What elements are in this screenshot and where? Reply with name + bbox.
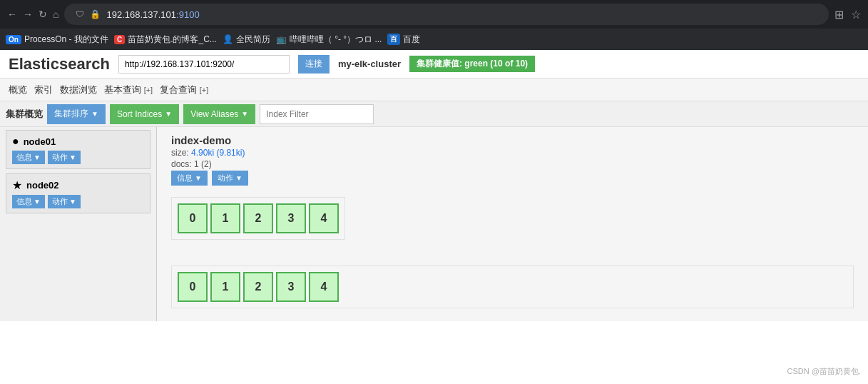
app-header: Elasticsearch 连接 my-elk-cluster 集群健康值: g… <box>0 50 868 79</box>
bookmark-processon[interactable]: On ProcessOn - 我的文件 <box>6 34 108 46</box>
basic-query-plus: [+] <box>144 86 153 94</box>
cluster-sort-caret: ▼ <box>91 110 98 118</box>
node02-shards-grid: 0 1 2 3 4 <box>178 272 847 302</box>
bookmarks-bar: On ProcessOn - 我的文件 C 苗苗奶黄包.的博客_C... 👤 全… <box>0 29 868 50</box>
bookmark-label-bilibili: 哔哩哔哩（ °- °）つロ ... <box>290 34 382 46</box>
bookmark-label-processon: ProcessOn - 我的文件 <box>24 34 108 46</box>
node02-actions: 信息 ▼ 动作 ▼ <box>12 195 144 208</box>
node01-action-button[interactable]: 动作 ▼ <box>48 151 81 164</box>
index-size-value: 4.90ki (9.81ki) <box>191 148 245 158</box>
page-wrapper: ← → ↻ ⌂ 🛡 🔒 192.168.137.101:9100 ⊞ ☆ On … <box>0 0 868 321</box>
bookmark-icon-bilibili: 📺 <box>276 34 287 44</box>
node01-shards-section: 0 1 2 3 4 <box>171 197 345 240</box>
nav-forward-button[interactable]: → <box>23 9 33 20</box>
tab-data-browser[interactable]: 数据浏览 <box>60 84 97 96</box>
bookmark-resume[interactable]: 👤 全民简历 <box>223 34 270 46</box>
node02-info-button[interactable]: 信息 ▼ <box>12 195 45 208</box>
node02-action-label: 动作 <box>52 196 68 207</box>
node01-shard-2[interactable]: 2 <box>243 203 273 233</box>
node01-shard-3[interactable]: 3 <box>276 203 306 233</box>
bookmark-icon[interactable]: ☆ <box>851 8 861 21</box>
node01-action-caret: ▼ <box>69 153 76 161</box>
extensions-icon[interactable]: ⊞ <box>834 8 844 21</box>
complex-query-plus: [+] <box>200 86 209 94</box>
left-panel: ● node01 信息 ▼ 动作 ▼ ★ <box>0 127 157 321</box>
node-block-02: ★ node02 信息 ▼ 动作 ▼ <box>6 173 150 213</box>
right-panel: index-demo size: 4.90ki (9.81ki) docs: 1… <box>157 127 868 321</box>
connect-button[interactable]: 连接 <box>298 55 330 74</box>
node01-shards-grid: 0 1 2 3 4 <box>178 203 339 233</box>
node01-shard-4[interactable]: 4 <box>309 203 339 233</box>
bookmark-label-blog: 苗苗奶黄包.的博客_C... <box>128 34 217 46</box>
tab-overview[interactable]: 概览 <box>9 84 27 96</box>
lock-icon: 🔒 <box>90 9 101 19</box>
cluster-name: my-elk-cluster <box>338 59 401 69</box>
node01-header: ● node01 <box>12 135 144 148</box>
node01-shard-0[interactable]: 0 <box>178 203 208 233</box>
bookmark-badge-on: On <box>6 35 21 44</box>
node01-action-label: 动作 <box>52 152 68 163</box>
bookmark-icon-resume: 👤 <box>223 34 233 44</box>
index-name: index-demo <box>171 134 854 146</box>
tab-complex-query[interactable]: 复合查询 [+] <box>160 84 208 96</box>
node02-shard-0[interactable]: 0 <box>178 272 208 302</box>
address-url: 192.168.137.101:9100 <box>106 9 199 20</box>
tab-basic-query[interactable]: 基本查询 [+] <box>104 84 153 96</box>
node01-info-caret: ▼ <box>34 153 41 161</box>
index-docs: docs: 1 (2) <box>171 159 854 169</box>
nav-reload-button[interactable]: ↻ <box>39 9 47 20</box>
cluster-sort-button[interactable]: 集群排序 ▼ <box>47 104 106 124</box>
tab-indices[interactable]: 索引 <box>34 84 53 96</box>
index-filter-input[interactable] <box>260 104 374 124</box>
node02-shard-3[interactable]: 3 <box>276 272 306 302</box>
node01-info-button[interactable]: 信息 ▼ <box>12 151 45 164</box>
cluster-health-badge: 集群健康值: green (10 of 10) <box>409 56 535 72</box>
nav-tabs: 概览 索引 数据浏览 基本查询 [+] 复合查询 [+] <box>0 79 868 101</box>
browser-chrome: ← → ↻ ⌂ 🛡 🔒 192.168.137.101:9100 ⊞ ☆ <box>0 0 868 29</box>
address-bar[interactable]: 🛡 🔒 192.168.137.101:9100 <box>64 4 829 25</box>
bookmark-bilibili[interactable]: 📺 哔哩哔哩（ °- °）つロ ... <box>276 34 382 46</box>
index-card: index-demo size: 4.90ki (9.81ki) docs: 1… <box>171 134 854 186</box>
view-aliases-label: View Aliases <box>190 109 238 119</box>
bookmark-label-baidu: 百度 <box>403 34 420 46</box>
node01-info-label: 信息 <box>16 152 32 163</box>
browser-icons: ⊞ ☆ <box>834 8 861 21</box>
index-action-caret: ▼ <box>235 174 242 182</box>
toolbar-row: 集群概览 集群排序 ▼ Sort Indices ▼ View Aliases … <box>0 101 868 127</box>
node02-action-caret: ▼ <box>69 198 76 206</box>
node01-actions: 信息 ▼ 动作 ▼ <box>12 151 144 164</box>
bookmark-blog[interactable]: C 苗苗奶黄包.的博客_C... <box>114 34 217 46</box>
app-title: Elasticsearch <box>9 55 110 74</box>
node02-shards-section: 0 1 2 3 4 <box>171 266 854 308</box>
nav-home-button[interactable]: ⌂ <box>53 9 58 20</box>
nav-back-button[interactable]: ← <box>7 9 17 20</box>
node-block-01: ● node01 信息 ▼ 动作 ▼ <box>6 130 150 169</box>
cluster-sort-label: 集群排序 <box>54 108 88 120</box>
index-info-caret: ▼ <box>195 174 202 182</box>
index-actions: 信息 ▼ 动作 ▼ <box>171 171 854 186</box>
index-action-button[interactable]: 动作 ▼ <box>212 171 248 186</box>
index-size: size: 4.90ki (9.81ki) <box>171 148 854 158</box>
node01-name: node01 <box>24 136 56 147</box>
index-action-label: 动作 <box>218 173 233 183</box>
cluster-view: ● node01 信息 ▼ 动作 ▼ ★ <box>0 127 868 321</box>
index-docs-value: 1 (2) <box>194 159 212 169</box>
sort-indices-button[interactable]: Sort Indices ▼ <box>110 104 179 124</box>
view-aliases-caret: ▼ <box>241 110 248 118</box>
node01-master-icon: ● <box>12 135 19 148</box>
index-info-button[interactable]: 信息 ▼ <box>171 171 208 186</box>
node02-star-icon: ★ <box>12 178 22 192</box>
node02-shard-4[interactable]: 4 <box>309 272 339 302</box>
node02-shard-1[interactable]: 1 <box>210 272 240 302</box>
node01-shard-1[interactable]: 1 <box>210 203 240 233</box>
node02-info-label: 信息 <box>16 196 32 207</box>
shield-icon: 🛡 <box>76 9 84 19</box>
bookmark-badge-c: C <box>114 35 125 44</box>
connection-url-input[interactable] <box>118 55 290 74</box>
sort-indices-caret: ▼ <box>165 110 172 118</box>
bookmark-badge-baidu: 百 <box>387 34 400 45</box>
bookmark-baidu[interactable]: 百 百度 <box>387 34 420 46</box>
node02-action-button[interactable]: 动作 ▼ <box>48 195 81 208</box>
view-aliases-button[interactable]: View Aliases ▼ <box>183 104 255 124</box>
node02-shard-2[interactable]: 2 <box>243 272 273 302</box>
